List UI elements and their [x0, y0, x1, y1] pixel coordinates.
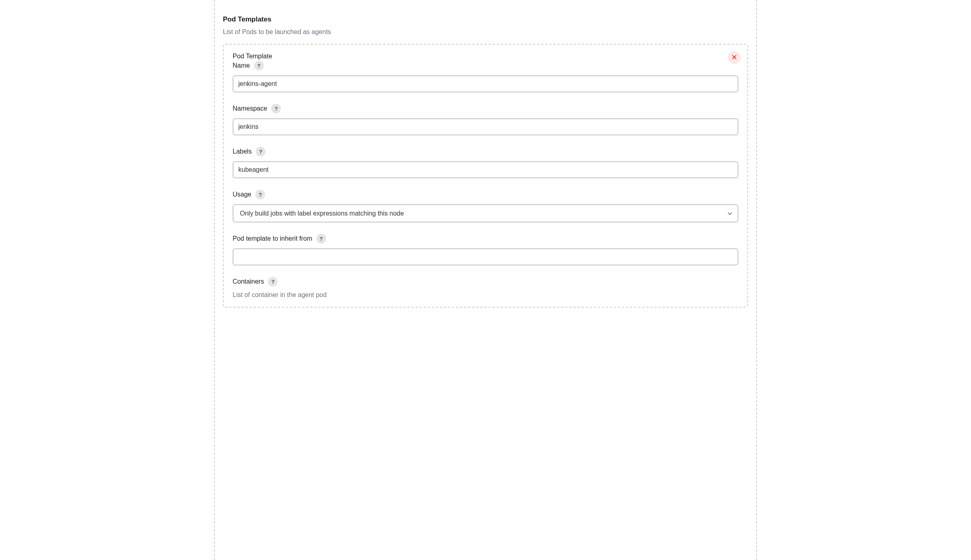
section-title: Pod Templates: [223, 15, 748, 24]
inherit-from-input[interactable]: [233, 248, 738, 265]
remove-pod-template-button[interactable]: [728, 51, 741, 64]
close-icon: [732, 55, 737, 61]
pod-template-box: Pod Template Name ? Namespace ? Labels ?: [223, 44, 748, 308]
usage-select[interactable]: Only build jobs with label expressions m…: [233, 204, 738, 222]
help-icon[interactable]: ?: [268, 277, 278, 286]
containers-label: Containers: [233, 278, 264, 285]
containers-description: List of container in the agent pod: [233, 291, 738, 299]
usage-label: Usage: [233, 191, 251, 198]
pod-template-header: Pod Template: [233, 53, 738, 60]
labels-label: Labels: [233, 148, 252, 155]
section-subtitle: List of Pods to be launched as agents: [223, 28, 748, 36]
namespace-label: Namespace: [233, 105, 267, 112]
inherit-from-label: Pod template to inherit from: [233, 235, 312, 242]
cloud-config-panel: Pod Templates List of Pods to be launche…: [214, 0, 757, 560]
name-input[interactable]: [233, 75, 738, 92]
name-label: Name: [233, 62, 250, 69]
help-icon[interactable]: ?: [255, 190, 265, 199]
help-icon[interactable]: ?: [254, 61, 264, 71]
help-icon[interactable]: ?: [317, 234, 326, 244]
labels-input[interactable]: [233, 161, 738, 178]
help-icon[interactable]: ?: [271, 104, 281, 113]
namespace-input[interactable]: [233, 118, 738, 135]
help-icon[interactable]: ?: [256, 147, 265, 156]
